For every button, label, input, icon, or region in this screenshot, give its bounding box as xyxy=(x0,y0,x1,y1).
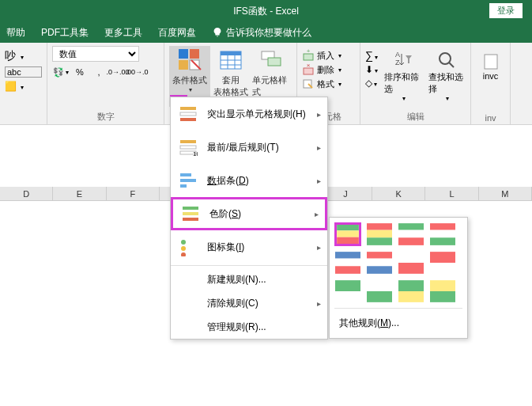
scale-gy[interactable] xyxy=(398,279,424,303)
clear-icon[interactable]: ◇▾ xyxy=(365,78,378,89)
number-group: 数值 💱▾ % , .0→.00 .00→.0 数字 xyxy=(47,43,164,124)
svg-rect-23 xyxy=(180,112,196,116)
editing-group-label: 编辑 xyxy=(407,111,424,123)
color-scales-icon xyxy=(181,204,200,223)
font-color-icon[interactable]: 吵 ▾ xyxy=(5,49,42,63)
menu-help[interactable]: 帮助 xyxy=(6,26,25,40)
conditional-formatting-menu: 突出显示单元格规则(H) ▸ 10 最前/最后规则(T) ▸ 数据条(D) ▸ … xyxy=(170,97,328,340)
chevron-right-icon: ▸ xyxy=(317,243,321,252)
svg-rect-55 xyxy=(367,266,392,274)
chevron-right-icon: ▸ xyxy=(315,210,319,218)
insert-icon: + xyxy=(302,49,315,62)
scale-rw[interactable] xyxy=(429,251,456,275)
menu-more[interactable]: 更多工具 xyxy=(104,26,142,40)
scale-wr[interactable] xyxy=(398,251,424,275)
showphonetic-icon[interactable]: abc xyxy=(5,66,42,78)
col-header[interactable]: F xyxy=(107,187,160,200)
menu-pdf[interactable]: PDF工具集 xyxy=(41,26,89,40)
fill-icon[interactable]: ⬇▾ xyxy=(365,64,378,75)
svg-rect-49 xyxy=(430,237,455,245)
col-header[interactable]: E xyxy=(53,187,106,200)
col-header[interactable]: D xyxy=(0,187,53,200)
svg-rect-0 xyxy=(179,49,188,59)
icon-sets-icon xyxy=(179,237,198,256)
svg-rect-50 xyxy=(335,252,360,259)
invoice-icon xyxy=(481,52,500,71)
svg-rect-15 xyxy=(304,68,313,74)
col-header[interactable]: M xyxy=(479,187,532,200)
fill-color-icon[interactable]: 🟨 ▾ xyxy=(5,81,42,92)
svg-rect-48 xyxy=(430,230,455,238)
decrease-decimal-icon[interactable]: .00→.0 xyxy=(128,64,145,80)
sort-filter-button[interactable]: AZ 排序和筛选▾ xyxy=(384,49,422,102)
svg-rect-24 xyxy=(180,118,196,121)
chevron-right-icon: ▸ xyxy=(317,299,321,308)
svg-rect-41 xyxy=(367,223,392,230)
svg-rect-34 xyxy=(183,218,198,221)
scale-rwg[interactable] xyxy=(429,222,456,246)
find-select-button[interactable]: 查找和选择▾ xyxy=(428,49,466,102)
delete-button[interactable]: × 删除▾ xyxy=(302,63,355,76)
conditional-formatting-icon xyxy=(177,47,202,73)
find-icon xyxy=(436,49,458,71)
svg-text:A: A xyxy=(395,51,400,59)
chevron-right-icon: ▸ xyxy=(317,110,321,119)
scale-rwb[interactable] xyxy=(366,251,393,275)
svg-rect-32 xyxy=(183,207,198,210)
clear-rules-item[interactable]: 清除规则(C)▸ xyxy=(171,291,327,315)
svg-rect-43 xyxy=(367,237,392,245)
menu-baidu[interactable]: 百度网盘 xyxy=(158,26,196,40)
scale-wg[interactable] xyxy=(366,279,393,303)
svg-rect-1 xyxy=(190,49,199,59)
new-rule-item[interactable]: 新建规则(N)... xyxy=(171,268,327,291)
scale-gw[interactable] xyxy=(334,279,361,303)
svg-rect-3 xyxy=(190,60,199,70)
app-title: IFS函数 - Excel xyxy=(233,5,299,18)
icon-sets-item[interactable]: 图标集(I) ▸ xyxy=(171,230,327,264)
top-bottom-rules-item[interactable]: 10 最前/最后规则(T) ▸ xyxy=(171,131,327,164)
number-group-label: 数字 xyxy=(97,111,115,123)
chevron-right-icon: ▸ xyxy=(317,176,321,185)
scale-gwr[interactable] xyxy=(398,222,424,246)
scale-ryg[interactable] xyxy=(366,222,393,246)
more-color-scale-rules[interactable]: 其他规则(M)... xyxy=(334,313,462,333)
percent-icon[interactable]: % xyxy=(71,64,89,80)
col-header[interactable]: L xyxy=(425,187,478,200)
format-button[interactable]: 格式▾ xyxy=(302,78,355,90)
scale-gyr[interactable] xyxy=(334,222,361,246)
autosum-icon[interactable]: ∑▾ xyxy=(365,49,378,62)
svg-rect-13 xyxy=(304,54,313,60)
tell-me[interactable]: 告诉我你想要做什么 xyxy=(212,26,311,40)
svg-rect-40 xyxy=(337,237,359,244)
table-icon xyxy=(218,47,243,73)
number-format-select[interactable]: 数值 xyxy=(52,46,139,62)
svg-rect-2 xyxy=(179,60,188,70)
highlight-cells-rules-item[interactable]: 突出显示单元格规则(H) ▸ xyxy=(171,97,327,131)
bulb-icon xyxy=(212,27,223,38)
svg-rect-54 xyxy=(367,259,392,267)
addin-group: invc inv xyxy=(471,43,511,124)
insert-button[interactable]: + 插入▾ xyxy=(302,49,355,62)
svg-rect-21 xyxy=(485,55,497,69)
accounting-format-icon[interactable]: 💱▾ xyxy=(52,64,70,80)
tell-me-label: 告诉我你想要做什么 xyxy=(226,26,311,40)
cell-styles-icon xyxy=(258,47,284,73)
invoice-button[interactable]: invc xyxy=(476,52,505,81)
color-scales-item[interactable]: 色阶(S) ▸ xyxy=(171,197,327,230)
svg-rect-65 xyxy=(398,291,424,302)
svg-rect-45 xyxy=(398,230,424,238)
comma-icon[interactable]: , xyxy=(90,64,108,80)
scale-yg[interactable] xyxy=(429,279,456,303)
col-header[interactable]: K xyxy=(372,187,425,200)
login-button[interactable]: 登录 xyxy=(489,3,523,18)
scale-bwr[interactable] xyxy=(334,251,361,275)
svg-rect-59 xyxy=(430,263,455,274)
format-icon xyxy=(302,78,315,90)
svg-rect-53 xyxy=(367,252,392,259)
svg-rect-26 xyxy=(180,146,196,149)
data-bars-item[interactable]: 数据条(D) ▸ xyxy=(171,164,327,197)
svg-rect-63 xyxy=(367,291,392,302)
font-group: 吵 ▾ abc 🟨 ▾ xyxy=(0,43,47,124)
increase-decimal-icon[interactable]: .0→.00 xyxy=(109,64,126,80)
manage-rules-item[interactable]: 管理规则(R)... xyxy=(171,315,327,339)
